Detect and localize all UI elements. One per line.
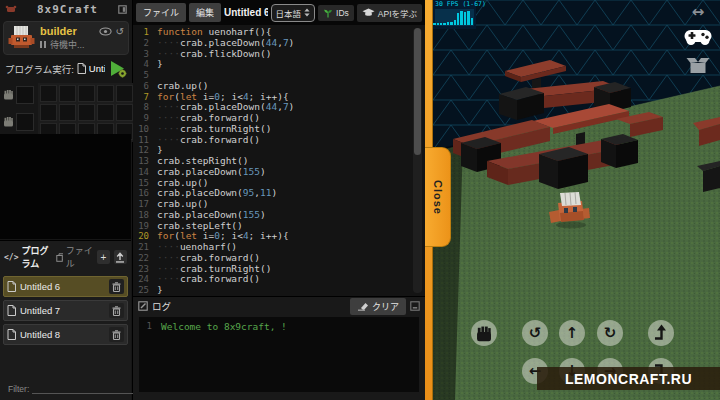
inventory-slot[interactable] — [59, 85, 76, 102]
code-line[interactable]: 25} — [133, 285, 425, 296]
close-tab[interactable]: Close — [425, 147, 451, 247]
filter-input[interactable] — [32, 383, 149, 394]
editor-column: ファイル 編集 Untitled 6 日本語 IDs APIを学ぶ 1funct… — [133, 0, 425, 400]
line-number: 10 — [133, 124, 157, 135]
code-text: ····crab.forward() — [157, 274, 260, 285]
ids-button[interactable]: IDs — [318, 5, 354, 21]
code-line[interactable]: 11····crab.forward() — [133, 135, 425, 146]
tab-files[interactable]: ファイル — [56, 244, 93, 270]
line-number: 24 — [133, 274, 157, 285]
scrollbar-thumb[interactable] — [414, 28, 421, 155]
app-logo: 8x9Craft — [21, 3, 114, 16]
eye-icon[interactable] — [99, 27, 112, 36]
robot-card: builder ↺ 待機中... — [3, 21, 129, 55]
log-line-number: 1 — [139, 321, 161, 332]
fps-bar — [454, 20, 456, 25]
program-item[interactable]: Untitled 7 — [3, 300, 128, 321]
code-text: } — [157, 285, 163, 296]
inventory-slot[interactable] — [116, 85, 133, 102]
delete-program-button[interactable] — [109, 303, 124, 318]
learn-api-button[interactable]: APIを学ぶ — [357, 4, 422, 22]
hand-slot[interactable] — [16, 86, 34, 104]
file-menu-button[interactable]: ファイル — [136, 3, 186, 22]
line-number: 25 — [133, 285, 157, 296]
log-clear-button[interactable]: クリア — [350, 298, 406, 315]
fps-bar — [471, 18, 473, 25]
resize-icon[interactable]: ↔ — [692, 6, 705, 18]
hand-icon — [3, 89, 14, 101]
sidebar: 8x9Craft builder ↺ — [0, 0, 133, 400]
line-number: 5 — [133, 70, 157, 81]
language-select[interactable]: 日本語 — [271, 4, 316, 22]
mini-viewport — [0, 134, 131, 239]
line-number: 9 — [133, 113, 157, 124]
hand-icon — [471, 320, 497, 346]
control-turn-left-button[interactable]: ↺ — [522, 320, 548, 346]
program-list: Untitled 6Untitled 7Untitled 8 — [0, 273, 131, 380]
hand-icon — [3, 116, 14, 128]
run-program-button[interactable] — [108, 59, 127, 78]
fps-bar — [457, 13, 459, 25]
line-number: 2 — [133, 38, 157, 49]
copy-icon — [56, 253, 63, 262]
add-program-button[interactable]: + — [97, 250, 110, 264]
reset-icon[interactable]: ↺ — [116, 26, 124, 37]
minimize-icon[interactable] — [410, 301, 420, 311]
code-line[interactable]: 14crab.placeDown(155) — [133, 167, 425, 178]
box-icon[interactable] — [686, 55, 710, 74]
code-line[interactable]: 24····crab.forward() — [133, 274, 425, 285]
gamepad-icon[interactable] — [683, 27, 713, 46]
log-edit-icon — [138, 301, 148, 311]
panel-toggle-icon[interactable] — [118, 5, 127, 14]
turn-up-icon — [648, 320, 674, 346]
inventory-slot[interactable] — [40, 104, 57, 121]
inventory-slot[interactable] — [97, 104, 114, 121]
game-view: Close 30 FPS (1-67) ↔ ↺ ↑ — [425, 0, 720, 400]
fps-bar — [443, 23, 445, 25]
line-number: 22 — [133, 253, 157, 264]
watermark: LEMONCRAFT.RU — [537, 367, 720, 390]
app-window: 8x9Craft builder ↺ — [0, 0, 720, 400]
inventory-slot[interactable] — [116, 104, 133, 121]
line-number: 15 — [133, 178, 157, 189]
delete-program-button[interactable] — [109, 327, 124, 342]
fps-meter: 30 FPS (1-67) — [433, 0, 476, 29]
upload-icon — [115, 252, 125, 263]
control-forward-button[interactable]: ↑ — [559, 320, 585, 346]
document-title: Untitled 6 — [224, 7, 268, 18]
code-line[interactable]: 4} — [133, 59, 425, 70]
line-number: 13 — [133, 156, 157, 167]
log-title: ログ — [152, 299, 171, 313]
tab-programs[interactable]: </> プログラム — [4, 244, 52, 270]
inventory-slot[interactable] — [78, 104, 95, 121]
hand-slot[interactable] — [16, 113, 34, 131]
control-turn-right-button[interactable]: ↻ — [597, 320, 623, 346]
fps-bar — [467, 11, 469, 25]
code-editor[interactable]: 1function uenoharf(){2····crab.placeDown… — [133, 25, 425, 296]
program-item[interactable]: Untitled 6 — [3, 276, 128, 297]
code-line[interactable]: 18crab.placeDown(155) — [133, 210, 425, 221]
inventory-slot[interactable] — [40, 85, 57, 102]
line-number: 14 — [133, 167, 157, 178]
line-number: 7 — [133, 92, 157, 103]
inventory-slot[interactable] — [97, 85, 114, 102]
trash-icon — [112, 306, 121, 316]
line-number: 1 — [133, 27, 157, 38]
robot-avatar — [8, 25, 35, 51]
run-program-name: Untitled 6 — [89, 63, 105, 74]
code-text: crab.placeDown(155) — [157, 210, 266, 221]
control-up-button[interactable] — [648, 320, 674, 346]
control-hand-button[interactable] — [471, 320, 497, 346]
edit-menu-button[interactable]: 編集 — [189, 3, 221, 22]
inventory-slot[interactable] — [78, 85, 95, 102]
program-item[interactable]: Untitled 8 — [3, 324, 128, 345]
line-number: 6 — [133, 81, 157, 92]
editor-scrollbar[interactable] — [413, 28, 422, 293]
code-line[interactable]: 6crab.up() — [133, 81, 425, 92]
inventory-slot[interactable] — [59, 104, 76, 121]
line-number: 12 — [133, 145, 157, 156]
delete-program-button[interactable] — [109, 279, 124, 294]
game-toolbar: ↔ — [683, 6, 713, 74]
upload-button[interactable] — [114, 250, 127, 264]
code-line[interactable]: 3····crab.flickDown() — [133, 49, 425, 60]
